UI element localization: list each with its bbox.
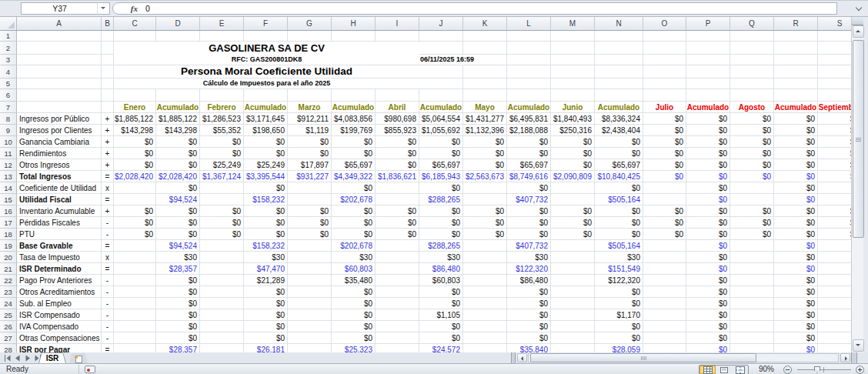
tab-split-handle[interactable] (511, 352, 516, 363)
cell[interactable]: + (102, 113, 114, 125)
cell[interactable] (818, 344, 851, 352)
cell[interactable] (643, 89, 686, 102)
cell[interactable]: $3,395,544 (244, 171, 288, 182)
name-box-dropdown-icon[interactable] (97, 2, 110, 15)
cell[interactable]: $0 (244, 205, 288, 217)
name-box[interactable]: Y37 (21, 2, 98, 15)
cell[interactable] (419, 65, 463, 78)
cell[interactable]: $0 (774, 159, 818, 171)
cell[interactable]: $0 (774, 298, 818, 309)
cell[interactable]: $4,349,322 (332, 171, 376, 182)
cell[interactable]: $1,286,523 (200, 113, 244, 125)
cell[interactable] (463, 263, 507, 275)
cell[interactable]: $0 (156, 332, 200, 344)
cell[interactable] (818, 182, 851, 194)
cell[interactable]: $0 (774, 263, 818, 275)
cell[interactable]: $0 (376, 159, 419, 171)
cell[interactable] (200, 89, 244, 102)
cell[interactable]: $0 (376, 148, 419, 159)
cell[interactable] (507, 31, 551, 42)
column-header[interactable]: Q (730, 17, 774, 30)
cell[interactable]: $912,211 (288, 113, 332, 125)
cell[interactable] (156, 89, 200, 102)
cell[interactable]: $0 (818, 148, 851, 159)
cell[interactable]: $0 (551, 205, 595, 217)
cell[interactable] (200, 309, 244, 321)
horizontal-scrollbar-thumb[interactable] (530, 353, 756, 362)
horizontal-split-handle[interactable] (851, 352, 857, 363)
cell[interactable] (376, 240, 419, 252)
cell[interactable] (595, 89, 643, 102)
cell[interactable]: $0 (551, 159, 595, 171)
cell[interactable] (114, 275, 156, 286)
cell[interactable] (288, 263, 332, 275)
cell[interactable]: $0 (288, 217, 332, 229)
cell[interactable] (244, 89, 288, 102)
cell[interactable]: $0 (244, 229, 288, 240)
cell[interactable]: $0 (730, 171, 774, 182)
cell[interactable]: IVA Compensado (17, 321, 102, 332)
cell[interactable]: $0 (730, 113, 774, 125)
cell[interactable] (463, 344, 507, 352)
cell[interactable]: $0 (774, 332, 818, 344)
scroll-up-icon[interactable] (853, 25, 864, 38)
row-header[interactable]: 22 (0, 275, 17, 286)
cell[interactable] (376, 31, 419, 42)
cell[interactable]: $151,549 (595, 263, 643, 275)
expand-formula-bar-icon[interactable] (852, 3, 866, 14)
cell[interactable] (686, 78, 730, 89)
cell[interactable] (200, 194, 244, 205)
cell[interactable] (730, 275, 774, 286)
month-header-cell[interactable]: Acumulado (156, 102, 200, 113)
cell[interactable] (551, 182, 595, 194)
cell[interactable]: $0 (332, 217, 376, 229)
cell[interactable] (244, 31, 288, 42)
cell[interactable]: $0 (507, 136, 551, 148)
cell[interactable]: $0 (332, 309, 376, 321)
cell[interactable]: $1,836,621 (376, 171, 419, 182)
row-header[interactable]: 9 (0, 125, 17, 136)
cell[interactable]: $0 (156, 159, 200, 171)
cell[interactable]: $30 (332, 252, 376, 263)
formula-input[interactable]: 0 (142, 2, 837, 15)
column-header[interactable]: P (686, 17, 730, 30)
column-header[interactable]: O (643, 17, 686, 30)
cell[interactable] (17, 65, 102, 78)
cell[interactable] (463, 42, 507, 55)
cell[interactable] (507, 65, 551, 78)
vertical-scrollbar-thumb[interactable] (853, 40, 864, 238)
cell[interactable] (114, 89, 156, 102)
cell[interactable]: $0 (244, 321, 288, 332)
cell[interactable] (774, 42, 818, 55)
cell[interactable] (288, 31, 332, 42)
cell[interactable]: $407,732 (507, 194, 551, 205)
cell[interactable]: $407,732 (507, 240, 551, 252)
cell[interactable]: $0 (114, 136, 156, 148)
cell[interactable]: $1,885,122 (156, 113, 200, 125)
cell[interactable]: $0 (419, 148, 463, 159)
cell[interactable] (643, 252, 686, 263)
row-header[interactable]: 14 (0, 182, 17, 194)
cell[interactable]: $0 (376, 217, 419, 229)
column-header[interactable]: J (419, 17, 463, 30)
cell[interactable]: $0 (686, 275, 730, 286)
month-header-cell[interactable]: Mayo (463, 102, 507, 113)
cell[interactable] (376, 89, 419, 102)
cell[interactable] (200, 275, 244, 286)
cell[interactable]: $60,803 (419, 275, 463, 286)
cell[interactable]: $86,480 (419, 263, 463, 275)
cell[interactable]: $0 (332, 205, 376, 217)
cell[interactable] (114, 286, 156, 298)
row-header[interactable]: 25 (0, 309, 17, 321)
cell[interactable]: $65,697 (507, 159, 551, 171)
cell[interactable]: $0 (332, 286, 376, 298)
cell[interactable] (643, 298, 686, 309)
cell[interactable]: $1,132,396 (463, 125, 507, 136)
select-all-button[interactable] (0, 17, 17, 30)
month-header-cell[interactable]: Acumulado (332, 102, 376, 113)
row-header[interactable]: 28 (0, 344, 17, 352)
cell[interactable] (551, 55, 595, 65)
cell[interactable] (774, 78, 818, 89)
cell[interactable]: $2,188,088 (507, 125, 551, 136)
cell[interactable] (507, 89, 551, 102)
